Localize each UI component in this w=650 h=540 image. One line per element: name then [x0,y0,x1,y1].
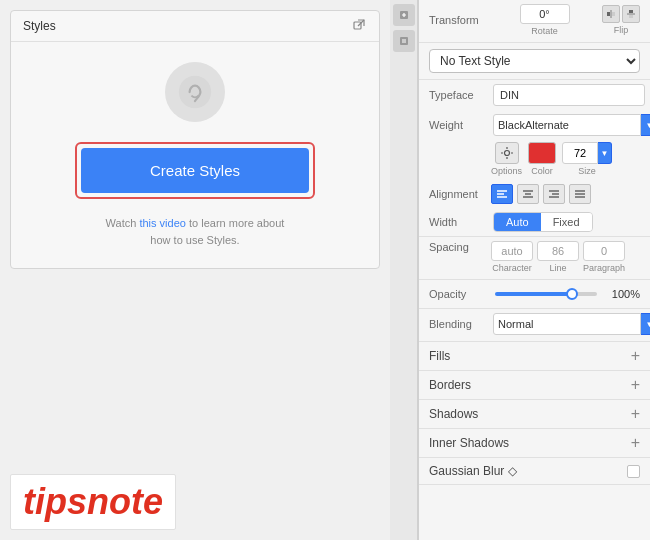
options-btn: Options [491,142,522,176]
svg-point-1 [179,76,211,108]
no-text-style-select[interactable]: No Text Style [429,49,640,73]
blending-row: Blending ▼ [419,309,650,342]
styles-hint: Watch this video to learn more about how… [106,215,285,248]
paragraph-spacing: Paragraph [583,241,625,273]
fills-section-header[interactable]: Fills + [419,342,650,371]
no-text-style-row: No Text Style [419,43,650,80]
gaussian-left: Gaussian Blur ◇ [429,464,517,478]
size-input[interactable] [562,142,598,164]
size-chevron-btn[interactable]: ▼ [598,142,612,164]
styles-placeholder-icon [165,62,225,122]
create-styles-btn-wrapper: Create Styles [75,142,315,199]
blending-input[interactable] [493,313,641,335]
weight-row: Weight ▼ [419,110,650,140]
flip-sub: Flip [614,25,629,35]
color-btn: Color [528,142,556,176]
size-sub-label: Size [578,166,596,176]
create-styles-button[interactable]: Create Styles [81,148,309,193]
shadows-label: Shadows [429,407,478,421]
tipsnote-text: tipsnote [23,481,163,522]
line-input[interactable] [537,241,579,261]
spacing-label: Spacing [429,241,487,253]
width-toggle: Auto Fixed [493,212,593,232]
svg-rect-6 [629,10,633,13]
size-btn-group: ▼ Size [562,142,612,176]
opacity-label: Opacity [429,288,487,300]
styles-panel: Styles Create Styles [10,10,380,269]
blending-chevron-btn[interactable]: ▼ [641,313,650,335]
fills-add-btn[interactable]: + [631,348,640,364]
flip-group: Flip [602,5,640,35]
weight-label: Weight [429,119,487,131]
align-justify-btn[interactable] [569,184,591,204]
right-panel: Transform Rotate Flip No Text Style [418,0,650,540]
color-sub-label: Color [531,166,553,176]
styles-title: Styles [23,19,56,33]
svg-point-8 [504,151,509,156]
blending-select-wrapper: ▼ [493,313,650,335]
styles-header: Styles [11,11,379,42]
blending-label: Blending [429,318,487,330]
size-row-inner: ▼ [562,142,612,164]
transform-row: Transform Rotate Flip [419,0,650,43]
options-icon-button[interactable] [495,142,519,164]
character-spacing: Character [491,241,533,273]
shadows-section-header[interactable]: Shadows + [419,400,650,429]
width-label: Width [429,216,487,228]
width-fixed-btn[interactable]: Fixed [541,213,592,231]
svg-rect-0 [354,22,361,29]
options-row: Options Color ▼ Size [419,140,650,180]
paragraph-input[interactable] [583,241,625,261]
inner-shadows-section-header[interactable]: Inner Shadows + [419,429,650,458]
flip-horizontal-btn[interactable] [602,5,620,23]
weight-input[interactable] [493,114,641,136]
width-auto-btn[interactable]: Auto [494,213,541,231]
paragraph-label: Paragraph [583,263,625,273]
opacity-row: Opacity 100% [419,280,650,309]
character-label: Character [492,263,532,273]
gaussian-blur-row: Gaussian Blur ◇ [419,458,650,485]
line-spacing: Line [537,241,579,273]
borders-label: Borders [429,378,471,392]
inner-shadows-add-btn[interactable]: + [631,435,640,451]
character-input[interactable] [491,241,533,261]
typeface-label: Typeface [429,89,487,101]
gaussian-blur-checkbox[interactable] [627,465,640,478]
options-sub-label: Options [491,166,522,176]
shadows-add-btn[interactable]: + [631,406,640,422]
rotate-sub: Rotate [531,26,558,36]
opacity-slider-wrapper [495,286,597,302]
transform-input-group: Rotate [493,4,596,36]
sidebar-btn-2[interactable] [393,30,415,52]
opacity-slider[interactable] [495,292,597,296]
svg-rect-7 [629,15,633,18]
spacing-row: Spacing Character Line Paragraph [419,237,650,280]
tipsnote-logo: tipsnote [10,474,176,530]
left-panel: Styles Create Styles [0,0,390,540]
opacity-thumb [566,288,578,300]
typeface-input[interactable] [493,84,645,106]
color-swatch[interactable] [528,142,556,164]
sidebar-strip [390,0,418,540]
svg-rect-3 [400,37,408,45]
align-right-btn[interactable] [543,184,565,204]
weight-chevron-btn[interactable]: ▼ [641,114,650,136]
align-left-btn[interactable] [491,184,513,204]
inner-shadows-label: Inner Shadows [429,436,509,450]
sidebar-btn-1[interactable] [393,4,415,26]
styles-body: Create Styles Watch this video to learn … [11,42,379,268]
alignment-row: Alignment [419,180,650,208]
borders-add-btn[interactable]: + [631,377,640,393]
svg-rect-4 [607,12,610,16]
line-label: Line [549,263,566,273]
this-video-link[interactable]: this video [139,217,185,229]
flip-vertical-btn[interactable] [622,5,640,23]
rotate-input[interactable] [520,4,570,24]
alignment-label: Alignment [429,188,487,200]
external-link-icon[interactable] [353,19,367,33]
flip-buttons [602,5,640,23]
no-text-style-wrapper: No Text Style [429,49,640,73]
align-center-btn[interactable] [517,184,539,204]
fills-label: Fills [429,349,450,363]
borders-section-header[interactable]: Borders + [419,371,650,400]
